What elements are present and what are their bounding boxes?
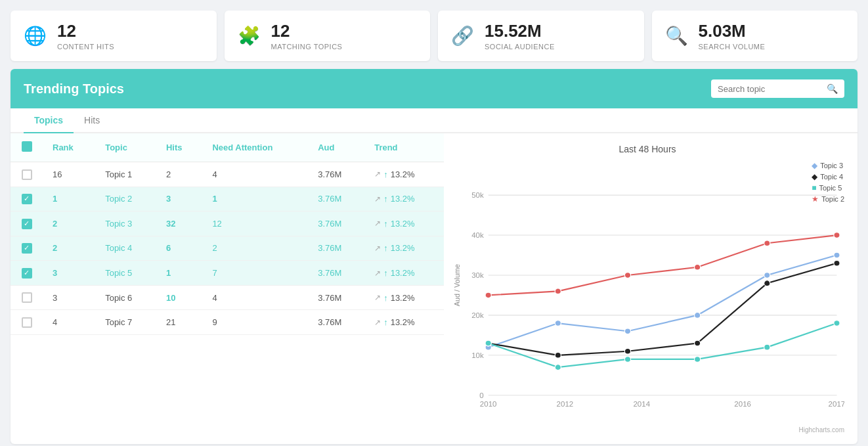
row-rank-3: 2 [43, 236, 96, 261]
table-row[interactable]: 3 Topic 6 10 4 3.76M ↗ ↑ 13.2% [11, 285, 444, 310]
external-icon-1[interactable]: ↗ [374, 194, 381, 204]
external-icon-2[interactable]: ↗ [374, 219, 381, 228]
row-checkbox-0[interactable] [11, 162, 43, 187]
stat-card-search-volume: 🔍 5.03M SEARCH VOLUME [652, 11, 858, 61]
row-need-attention-0: 4 [203, 162, 309, 187]
row-checkbox-5[interactable] [11, 285, 43, 310]
trend-arrow-1: ↑ [383, 194, 388, 204]
search-volume-icon: 🔍 [665, 25, 688, 47]
svg-point-38 [624, 273, 630, 279]
row-aud-6: 3.76M [309, 310, 365, 335]
external-icon-3[interactable]: ↗ [374, 244, 381, 253]
tab-hits[interactable]: Hits [74, 108, 110, 133]
svg-point-26 [624, 348, 630, 354]
legend-item-topic-2: ★ Topic 2 [812, 194, 844, 204]
row-trend-2: ↗ ↑ 13.2% [365, 212, 444, 236]
external-icon-0[interactable]: ↗ [374, 169, 381, 179]
table-row[interactable]: 16 Topic 1 2 4 3.76M ↗ ↑ 13.2% [11, 162, 444, 187]
panel-header: Trending Topics 🔍 [11, 69, 857, 108]
highcharts-credit: Highcharts.com [450, 426, 844, 434]
external-icon-6[interactable]: ↗ [374, 318, 381, 327]
trend-arrow-0: ↑ [383, 169, 388, 179]
row-rank-5: 3 [43, 285, 96, 310]
row-trend-4: ↗ ↑ 13.2% [365, 261, 444, 286]
row-trend-6: ↗ ↑ 13.2% [365, 310, 444, 335]
external-icon-5[interactable]: ↗ [374, 293, 381, 302]
svg-point-31 [555, 365, 561, 370]
row-checkbox-3[interactable] [11, 236, 43, 261]
svg-text:30k: 30k [471, 272, 484, 280]
legend-item-topic-4: ◆ Topic 4 [812, 172, 844, 181]
chart-section: Last 48 Hours 010k20k30k40k50kAud / Volu… [444, 133, 857, 444]
col-header-check [11, 133, 43, 162]
row-trend-5: ↗ ↑ 13.2% [365, 285, 444, 310]
svg-text:20k: 20k [471, 312, 484, 320]
row-checkbox-4[interactable] [11, 261, 43, 286]
svg-point-20 [624, 328, 630, 334]
svg-point-35 [834, 321, 840, 326]
stat-card-social-audience: 🔗 15.52M SOCIAL AUDIENCE [438, 11, 644, 61]
search-input[interactable] [718, 84, 823, 94]
row-checkbox-2[interactable] [11, 212, 43, 236]
row-rank-2: 2 [43, 212, 96, 236]
svg-text:2016: 2016 [734, 400, 751, 408]
col-trend: Trend [365, 133, 444, 162]
row-need-attention-2: 12 [203, 212, 309, 236]
trend-arrow-4: ↑ [383, 268, 388, 278]
row-checkbox-1[interactable] [11, 187, 43, 212]
svg-point-34 [764, 344, 770, 350]
row-aud-2: 3.76M [309, 212, 365, 236]
svg-point-22 [764, 273, 770, 279]
svg-point-33 [695, 357, 701, 363]
panel-title: Trending Topics [24, 81, 124, 97]
tab-topics[interactable]: Topics [24, 108, 74, 133]
row-aud-1: 3.76M [309, 187, 365, 212]
row-hits-5: 10 [157, 285, 203, 310]
chart-container: 010k20k30k40k50kAud / Volume201020122014… [450, 161, 844, 424]
stat-card-content-hits: 🌐 12 CONTENT HITS [11, 11, 217, 61]
trend-value-3: 13.2% [391, 243, 415, 253]
svg-text:2010: 2010 [480, 400, 497, 408]
svg-point-19 [555, 321, 561, 326]
table-row[interactable]: 2 Topic 3 32 12 3.76M ↗ ↑ 13.2% [11, 212, 444, 236]
row-need-attention-6: 9 [203, 310, 309, 335]
trend-arrow-3: ↑ [383, 243, 388, 253]
row-aud-0: 3.76M [309, 162, 365, 187]
svg-point-29 [834, 260, 840, 266]
svg-point-28 [764, 280, 770, 286]
table-row[interactable]: 3 Topic 5 1 7 3.76M ↗ ↑ 13.2% [11, 261, 444, 286]
external-icon-4[interactable]: ↗ [374, 269, 381, 278]
svg-text:2017: 2017 [829, 400, 844, 408]
svg-point-27 [695, 340, 701, 346]
col-hits: Hits [157, 133, 203, 162]
row-rank-4: 3 [43, 261, 96, 286]
row-rank-0: 16 [43, 162, 96, 187]
row-rank-1: 1 [43, 187, 96, 212]
col-aud: Aud [309, 133, 365, 162]
social-audience-icon: 🔗 [451, 25, 474, 47]
stats-bar: 🌐 12 CONTENT HITS 🧩 12 MATCHING TOPICS 🔗… [0, 0, 868, 69]
content-area: Rank Topic Hits Need Attention Aud Trend… [11, 133, 857, 444]
row-need-attention-5: 4 [203, 285, 309, 310]
trend-arrow-6: ↑ [383, 317, 388, 327]
table-row[interactable]: 2 Topic 4 6 2 3.76M ↗ ↑ 13.2% [11, 236, 444, 261]
row-need-attention-3: 2 [203, 236, 309, 261]
legend-item-topic-3: ◆ Topic 3 [812, 161, 844, 170]
svg-point-25 [555, 352, 561, 358]
row-rank-6: 4 [43, 310, 96, 335]
row-checkbox-6[interactable] [11, 310, 43, 335]
trend-value-4: 13.2% [391, 268, 415, 278]
svg-point-39 [695, 264, 701, 270]
chart-legend: ◆ Topic 3 ◆ Topic 4 ■ Topic 5 ★ Topic 2 [812, 161, 844, 206]
content-hits-label: CONTENT HITS [57, 43, 114, 51]
row-topic-2: Topic 3 [96, 212, 157, 236]
row-need-attention-1: 1 [203, 187, 309, 212]
table-row[interactable]: 4 Topic 7 21 9 3.76M ↗ ↑ 13.2% [11, 310, 444, 335]
table-row[interactable]: 1 Topic 2 3 1 3.76M ↗ ↑ 13.2% [11, 187, 444, 212]
row-topic-3: Topic 4 [96, 236, 157, 261]
svg-point-21 [695, 313, 701, 319]
search-icon[interactable]: 🔍 [827, 83, 838, 94]
col-rank: Rank [43, 133, 96, 162]
row-hits-3: 6 [157, 236, 203, 261]
svg-point-41 [834, 233, 840, 238]
